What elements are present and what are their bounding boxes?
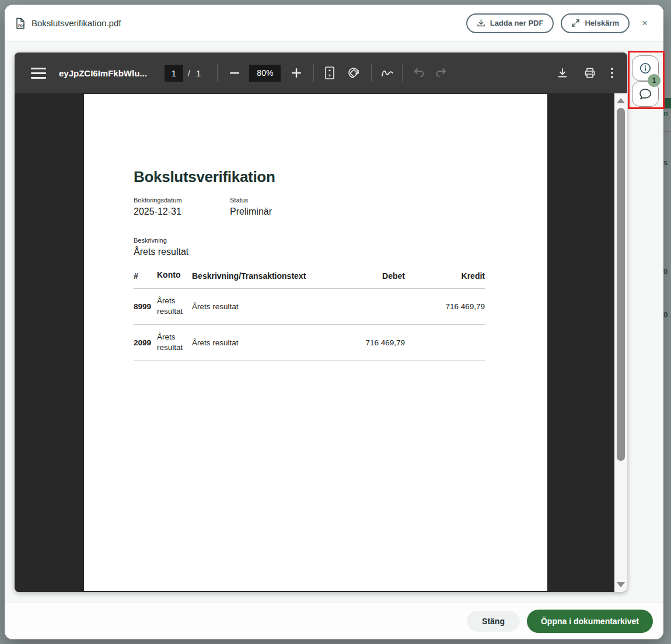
- toolbar-download-icon[interactable]: [557, 68, 568, 78]
- page-total: 1: [196, 68, 201, 78]
- undo-icon[interactable]: [413, 68, 425, 78]
- close-button[interactable]: Stäng: [467, 611, 520, 632]
- pdf-preview-modal: PDF Bokslutsverifikation.pdf Ladda ner P…: [5, 5, 663, 639]
- cell-num: 2099: [134, 338, 157, 347]
- col-header-num: #: [134, 271, 157, 281]
- svg-text:PDF: PDF: [18, 24, 25, 27]
- toolbar-divider: [313, 64, 314, 82]
- download-pdf-label: Ladda ner PDF: [490, 19, 544, 27]
- field-label: Status: [230, 197, 248, 204]
- zoom-level-input[interactable]: 80%: [249, 65, 281, 82]
- col-header-debet: Debet: [332, 271, 405, 281]
- pdf-filename: eyJpZCI6ImFkbWlu...: [59, 68, 147, 78]
- toolbar-divider: [402, 64, 403, 82]
- modal-header: PDF Bokslutsverifikation.pdf Ladda ner P…: [5, 5, 663, 42]
- field-value: Preliminär: [230, 206, 272, 217]
- field-value: Årets resultat: [134, 247, 188, 257]
- col-header-konto: Konto: [157, 270, 187, 281]
- pdf-toolbar: eyJpZCI6ImFkbWlu... 1 / 1 80%: [15, 52, 627, 93]
- modal-footer: Stäng Öppna i dokumentarkivet: [5, 603, 663, 639]
- modal-title: Bokslutsverifikation.pdf: [32, 18, 121, 28]
- zoom-in-icon[interactable]: [289, 68, 304, 78]
- scrollbar[interactable]: [614, 93, 627, 592]
- cell-num: 8999: [134, 302, 157, 311]
- field-value: 2025-12-31: [134, 206, 181, 217]
- fit-page-icon[interactable]: [324, 66, 335, 80]
- cell-konto: Årets resultat: [157, 296, 187, 317]
- print-icon[interactable]: [584, 67, 596, 79]
- table-header-row: # Konto Beskrivning/Transaktionstext Deb…: [134, 270, 485, 289]
- comment-count-badge: 1: [648, 74, 660, 87]
- field-label: Bokföringsdatum: [134, 197, 182, 204]
- cell-kredit: 716 469,79: [405, 302, 485, 311]
- col-header-beskrivning: Beskrivning/Transaktionstext: [187, 271, 332, 281]
- zoom-out-icon[interactable]: [227, 72, 242, 74]
- modal-title-group: PDF Bokslutsverifikation.pdf: [15, 18, 121, 29]
- menu-icon[interactable]: [31, 68, 46, 79]
- fullscreen-button[interactable]: Helskärm: [561, 13, 630, 33]
- background-page-fragment: n: [663, 109, 671, 118]
- cell-beskrivning: Årets resultat: [187, 338, 332, 347]
- fullscreen-icon: [571, 19, 580, 27]
- col-header-kredit: Kredit: [405, 271, 485, 281]
- pdf-file-icon: PDF: [15, 18, 26, 29]
- cell-debet: 716 469,79: [332, 338, 405, 347]
- close-icon[interactable]: ×: [637, 15, 653, 32]
- info-icon: [639, 62, 652, 75]
- table-row: 8999 Årets resultat Årets resultat 716 4…: [134, 289, 485, 325]
- download-pdf-button[interactable]: Ladda ner PDF: [466, 13, 554, 33]
- cell-konto: Årets resultat: [157, 332, 187, 353]
- cell-beskrivning: Årets resultat: [187, 302, 332, 311]
- redo-icon[interactable]: [435, 68, 447, 78]
- page-separator: /: [188, 68, 190, 78]
- download-icon: [477, 19, 485, 27]
- open-in-archive-button[interactable]: Öppna i dokumentarkivet: [527, 610, 653, 633]
- field-label: Beskrivning: [134, 237, 167, 244]
- rotate-icon[interactable]: [347, 66, 361, 80]
- more-options-icon[interactable]: [611, 68, 613, 78]
- scroll-up-arrow[interactable]: [617, 98, 625, 103]
- background-page-divider: [663, 131, 671, 132]
- toolbar-divider: [371, 64, 372, 82]
- modal-header-actions: Ladda ner PDF Helskärm ×: [466, 13, 653, 33]
- comment-icon: [638, 88, 652, 100]
- verification-table: # Konto Beskrivning/Transaktionstext Deb…: [134, 270, 485, 361]
- annotate-draw-icon[interactable]: [381, 68, 394, 78]
- fullscreen-label: Helskärm: [585, 19, 619, 27]
- background-page-fragment: 0: [663, 267, 671, 276]
- table-row: 2099 Årets resultat Årets resultat 716 4…: [134, 325, 485, 361]
- background-page-greenbar: [663, 98, 671, 108]
- scroll-down-arrow[interactable]: [617, 582, 625, 587]
- scrollbar-thumb[interactable]: [617, 108, 625, 461]
- page-number-input[interactable]: 1: [165, 65, 183, 82]
- background-page-fragment: 0: [663, 310, 671, 319]
- toolbar-divider: [217, 64, 218, 82]
- background-page-fragment: s: [663, 158, 671, 167]
- document-title: Bokslutsverifikation: [134, 168, 275, 186]
